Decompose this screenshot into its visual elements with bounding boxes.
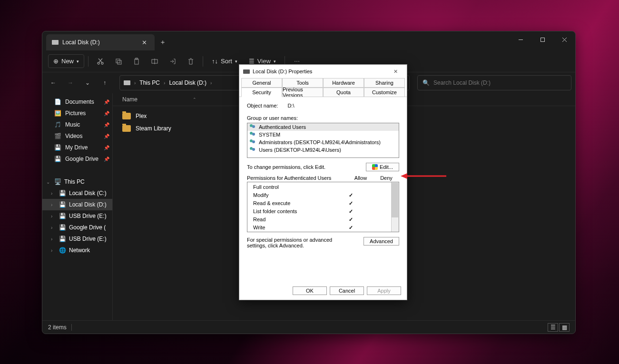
svg-rect-10 — [135, 59, 138, 64]
group-item[interactable]: Authenticated Users — [247, 123, 399, 131]
separator — [71, 324, 72, 331]
tab-quota[interactable]: Quota — [323, 88, 364, 97]
breadcrumb-segment[interactable]: Local Disk (D:) — [169, 79, 206, 86]
properties-dialog: Local Disk (D:) Properties ✕ GeneralTool… — [239, 64, 407, 300]
permission-row: Write✓ — [247, 224, 399, 232]
permissions-listbox[interactable]: Full controlModify✓Read & execute✓List f… — [247, 182, 399, 232]
recent-button[interactable]: ⌄ — [80, 76, 95, 90]
up-button[interactable]: ↑ — [98, 76, 112, 90]
group-item[interactable]: Users (DESKTOP-LM924L4\Users) — [247, 146, 399, 154]
pic-icon: 🖼️ — [54, 110, 61, 117]
details-view-button[interactable]: ☰ — [548, 323, 558, 332]
sidebar-item-pictures[interactable]: 🖼️Pictures📌 — [42, 108, 112, 119]
group-item[interactable]: SYSTEM — [247, 131, 399, 138]
share-button[interactable] — [165, 54, 181, 69]
group-label: Group or user names: — [247, 115, 399, 121]
tree-item[interactable]: ›🌐Network — [42, 245, 112, 256]
ok-button[interactable]: OK — [293, 286, 327, 295]
tree-item[interactable]: ›💾Local Disk (D:) — [42, 199, 112, 210]
svg-line-7 — [98, 59, 102, 62]
minimize-button[interactable] — [510, 31, 531, 48]
shield-icon — [372, 164, 378, 170]
edit-button[interactable]: Edit... — [366, 163, 399, 171]
pin-icon: 📌 — [104, 145, 109, 150]
search-box[interactable]: 🔍 — [417, 75, 571, 90]
tab-customize[interactable]: Customize — [364, 88, 405, 97]
permission-row: List folder contents✓ — [247, 207, 399, 216]
drive-icon: 💾 — [54, 156, 61, 162]
svg-line-6 — [99, 59, 102, 62]
allow-check: ✓ — [338, 224, 364, 232]
tree-item[interactable]: ›💾Local Disk (C:) — [42, 187, 112, 199]
music-icon: 🎵 — [54, 121, 61, 128]
delete-button[interactable] — [183, 54, 199, 69]
deny-check — [364, 191, 389, 199]
sidebar-item-videos[interactable]: 🎬Videos📌 — [42, 130, 112, 142]
scrollbar[interactable] — [391, 182, 399, 232]
breadcrumb-segment[interactable]: This PC — [139, 79, 160, 86]
doc-icon: 📄 — [54, 98, 61, 105]
object-name-label: Object name: — [247, 103, 278, 108]
new-button[interactable]: ⊕ New ▾ — [48, 54, 84, 68]
sort-label: Sort — [221, 58, 232, 65]
drive-icon: 💾 — [59, 190, 66, 197]
chevron-right-icon: › — [51, 191, 56, 196]
drive-icon: 💾 — [59, 236, 66, 242]
tab-sharing[interactable]: Sharing — [364, 78, 405, 88]
dialog-titlebar: Local Disk (D:) Properties ✕ — [239, 65, 407, 78]
tree-item[interactable]: ›💾USB Drive (E:) — [42, 233, 112, 245]
drive-icon: 💾 — [59, 224, 66, 231]
chevron-right-icon: › — [164, 80, 165, 86]
search-icon: 🔍 — [422, 79, 430, 86]
deny-check — [364, 183, 389, 191]
advanced-button[interactable]: Advanced — [364, 237, 399, 246]
tab-previous-versions[interactable]: Previous Versions — [282, 88, 323, 97]
copy-button[interactable] — [110, 54, 127, 69]
allow-check: ✓ — [338, 207, 364, 216]
sidebar-item-music[interactable]: 🎵Music📌 — [42, 119, 112, 130]
svg-rect-8 — [116, 59, 120, 63]
cancel-button[interactable]: Cancel — [330, 286, 364, 295]
permission-row: Modify✓ — [247, 191, 399, 199]
allow-check: ✓ — [338, 191, 364, 199]
back-button[interactable]: ← — [46, 76, 60, 90]
edit-label: Edit... — [380, 164, 393, 170]
groups-listbox[interactable]: Authenticated UsersSYSTEMAdministrators … — [247, 123, 399, 158]
sidebar-item-my-drive[interactable]: 💾My Drive📌 — [42, 142, 112, 153]
chevron-right-icon: › — [51, 202, 56, 207]
paste-button[interactable] — [128, 54, 145, 69]
deny-check — [364, 216, 389, 224]
chevron-right-icon: › — [51, 248, 56, 253]
close-window-button[interactable] — [553, 31, 575, 48]
window-tab[interactable]: Local Disk (D:) ✕ — [46, 34, 155, 50]
apply-button[interactable]: Apply — [367, 286, 401, 295]
thumbs-view-button[interactable]: ▦ — [559, 323, 570, 332]
maximize-button[interactable] — [531, 31, 553, 48]
plus-icon: ⊕ — [53, 58, 59, 65]
tree-item[interactable]: ›💾USB Drive (E:) — [42, 210, 112, 222]
tab-hardware[interactable]: Hardware — [323, 78, 364, 88]
item-count: 2 items — [48, 324, 67, 331]
sidebar-item-thispc[interactable]: ⌄ 🖥️ This PC — [42, 176, 112, 187]
tree-item[interactable]: ›💾Google Drive ( — [42, 222, 112, 233]
view-icon: ☰ — [249, 58, 255, 65]
new-tab-button[interactable]: ＋ — [155, 34, 171, 50]
tab-security[interactable]: Security — [241, 88, 282, 97]
tab-general[interactable]: General — [241, 78, 282, 88]
dialog-close-button[interactable]: ✕ — [388, 66, 403, 77]
col-name[interactable]: Name — [122, 96, 138, 103]
rename-button[interactable] — [147, 54, 163, 69]
forward-button[interactable]: → — [63, 76, 78, 90]
close-tab-button[interactable]: ✕ — [140, 38, 149, 47]
sidebar-item-documents[interactable]: 📄Documents📌 — [42, 96, 112, 108]
chevron-right-icon: › — [210, 80, 212, 86]
search-input[interactable] — [433, 79, 566, 86]
sidebar-item-google-drive[interactable]: 💾Google Drive📌 — [42, 153, 112, 165]
tab-bar: Local Disk (D:) ✕ ＋ — [42, 31, 575, 50]
svg-point-5 — [101, 62, 103, 64]
scrollbar-thumb[interactable] — [392, 183, 398, 217]
sort-button[interactable]: ↑↓ Sort ▾ — [207, 55, 242, 68]
tab-tools[interactable]: Tools — [282, 78, 323, 88]
group-item[interactable]: Administrators (DESKTOP-LM924L4\Administ… — [247, 138, 399, 146]
cut-button[interactable] — [92, 54, 108, 69]
